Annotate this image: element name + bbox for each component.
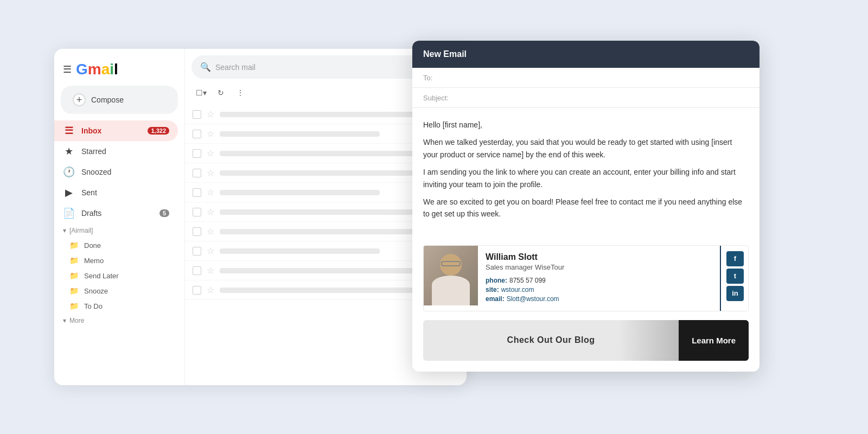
phone-label: phone: <box>486 277 507 284</box>
inbox-icon: ☰ <box>63 125 75 137</box>
site-value: wstour.com <box>501 286 534 293</box>
phone-value: 8755 57 099 <box>509 277 546 284</box>
gmail-sidebar: ☰ Gmail Compose ☰ Inbox 1,322 ★ Starred … <box>54 49 184 385</box>
email-checkbox[interactable] <box>193 286 201 295</box>
drafts-badge: 5 <box>159 209 169 217</box>
signature-divider <box>720 246 721 311</box>
inbox-badge: 1,322 <box>148 127 169 135</box>
cta-button-label: Learn More <box>692 336 736 345</box>
more-actions-icon[interactable]: ⋮ <box>233 85 248 100</box>
snoozed-label: Snoozed <box>81 168 111 176</box>
email-star[interactable]: ☆ <box>207 207 214 217</box>
folder-snooze[interactable]: 📁 Snooze <box>54 283 184 298</box>
email-bar <box>220 248 380 254</box>
compose-greeting: Hello [first name], <box>423 119 749 131</box>
sent-label: Sent <box>81 188 97 197</box>
more-section[interactable]: ▾ More <box>54 314 184 328</box>
facebook-button[interactable]: f <box>726 251 744 266</box>
email-star[interactable]: ☆ <box>207 246 214 256</box>
email-bar <box>220 268 433 273</box>
cta-block: Check Out Our Blog Learn More <box>423 320 749 361</box>
search-icon: 🔍 <box>200 62 211 72</box>
airmail-label: [Airmail] <box>69 227 93 234</box>
compose-body: Hello [first name], When we talked yeste… <box>412 108 760 237</box>
signature-name: William Slott <box>486 252 711 262</box>
email-star[interactable]: ☆ <box>207 109 214 119</box>
twitter-button[interactable]: t <box>726 269 744 284</box>
email-star[interactable]: ☆ <box>207 285 214 295</box>
to-input[interactable] <box>457 73 749 82</box>
signature-title: Sales manager WiseTour <box>486 263 711 271</box>
gmail-panel: ☰ Gmail Compose ☰ Inbox 1,322 ★ Starred … <box>54 49 467 385</box>
compose-header: New Email <box>412 41 760 68</box>
email-checkbox[interactable] <box>193 130 201 138</box>
more-label: More <box>69 317 84 324</box>
person-glasses <box>441 261 461 266</box>
sent-icon: ▶ <box>63 187 75 199</box>
email-checkbox[interactable] <box>193 266 201 275</box>
email-star[interactable]: ☆ <box>207 187 214 197</box>
signature-photo <box>424 246 478 305</box>
email-bar <box>220 131 380 137</box>
email-star[interactable]: ☆ <box>207 148 214 158</box>
folder-done-label: Done <box>84 241 101 250</box>
compose-plus-icon <box>73 93 86 106</box>
starred-icon: ★ <box>63 145 75 157</box>
sidebar-item-sent[interactable]: ▶ Sent <box>54 182 178 203</box>
compose-to-row: To: <box>412 68 760 88</box>
compose-body-p2: I am sending you the link to where you c… <box>423 166 749 190</box>
folder-memo[interactable]: 📁 Memo <box>54 253 184 268</box>
email-label: email: <box>486 295 505 303</box>
signature-info: William Slott Sales manager WiseTour pho… <box>478 246 719 311</box>
email-bar <box>220 151 433 156</box>
sidebar-item-drafts[interactable]: 📄 Drafts 5 <box>54 203 178 224</box>
site-label: site: <box>486 286 499 293</box>
folder-send-later[interactable]: 📁 Send Later <box>54 268 184 283</box>
folder-icon: 📁 <box>69 271 79 280</box>
email-star[interactable]: ☆ <box>207 265 214 276</box>
email-star[interactable]: ☆ <box>207 129 214 139</box>
signature-email: email: Slott@wstour.com <box>486 295 711 303</box>
cta-button[interactable]: Learn More <box>679 320 749 361</box>
email-star[interactable]: ☆ <box>207 226 214 237</box>
drafts-icon: 📄 <box>63 207 75 219</box>
cta-text: Check Out Our Blog <box>423 335 679 345</box>
compose-body-p3: We are so excited to get you on board! P… <box>423 196 749 220</box>
facebook-icon: f <box>734 254 736 263</box>
email-checkbox[interactable] <box>193 169 201 177</box>
compose-button[interactable]: Compose <box>61 86 178 114</box>
subject-input[interactable] <box>457 93 749 102</box>
folder-todo[interactable]: 📁 To Do <box>54 298 184 314</box>
person-body <box>432 276 470 305</box>
email-checkbox[interactable] <box>193 227 201 236</box>
signature-site: site: wstour.com <box>486 286 711 293</box>
email-bar <box>220 190 380 195</box>
folder-icon: 📁 <box>69 256 79 265</box>
compose-panel: New Email To: Subject: Hello [first name… <box>412 41 760 372</box>
folder-send-later-label: Send Later <box>84 272 119 280</box>
email-checkbox[interactable] <box>193 110 201 119</box>
signature-block: William Slott Sales manager WiseTour pho… <box>423 245 749 311</box>
sidebar-item-snoozed[interactable]: 🕐 Snoozed <box>54 162 178 182</box>
email-checkbox[interactable] <box>193 247 201 256</box>
airmail-folder-group[interactable]: ▾ [Airmail] <box>54 224 184 238</box>
inbox-label: Inbox <box>81 126 101 135</box>
email-bar <box>220 209 433 215</box>
signature-social: f t in <box>722 246 748 311</box>
email-checkbox[interactable] <box>193 149 201 158</box>
folder-memo-label: Memo <box>84 257 104 265</box>
to-label: To: <box>423 74 453 82</box>
email-checkbox[interactable] <box>193 208 201 216</box>
hamburger-icon[interactable]: ☰ <box>63 63 72 75</box>
subject-label: Subject: <box>423 94 453 102</box>
sidebar-item-inbox[interactable]: ☰ Inbox 1,322 <box>54 120 178 141</box>
folder-done[interactable]: 📁 Done <box>54 238 184 253</box>
select-all-checkbox[interactable]: ☐▾ <box>194 85 209 100</box>
email-checkbox[interactable] <box>193 188 201 197</box>
sidebar-item-starred[interactable]: ★ Starred <box>54 141 178 162</box>
refresh-icon[interactable]: ↻ <box>213 85 228 100</box>
linkedin-button[interactable]: in <box>726 286 744 301</box>
compose-header-title: New Email <box>423 49 467 59</box>
email-value: Slott@wstour.com <box>507 295 559 303</box>
email-star[interactable]: ☆ <box>207 168 214 178</box>
